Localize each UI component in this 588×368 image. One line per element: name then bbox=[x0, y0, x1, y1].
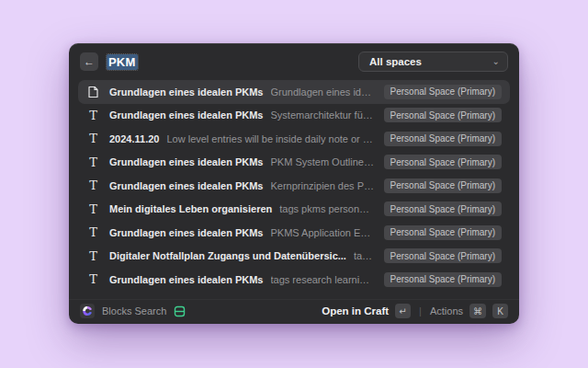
result-row[interactable]: T Grundlagen eines idealen PKMs Grundlag… bbox=[78, 80, 510, 104]
result-row[interactable]: T Grundlagen eines idealen PKMs PKM Syst… bbox=[78, 151, 510, 175]
space-badge: Personal Space (Primary) bbox=[384, 248, 502, 263]
k-key-icon[interactable]: K bbox=[492, 304, 508, 318]
craft-logo-icon bbox=[80, 304, 95, 318]
actions-label[interactable]: Actions bbox=[430, 305, 463, 316]
space-filter-label: All spaces bbox=[369, 56, 422, 67]
text-block-icon: T bbox=[86, 273, 100, 285]
result-title: Grundlagen eines idealen PKMs bbox=[109, 227, 264, 238]
result-title: Grundlagen eines idealen PKMs bbox=[109, 180, 264, 191]
result-title: Digitaler Notfallplan Zugangs und Datenü… bbox=[109, 250, 346, 261]
result-row[interactable]: T Grundlagen eines idealen PKMs tags res… bbox=[78, 268, 510, 292]
open-in-craft-label[interactable]: Open in Craft bbox=[322, 305, 389, 316]
back-button[interactable]: ← bbox=[80, 52, 98, 71]
space-badge: Personal Space (Primary) bbox=[384, 155, 502, 169]
result-title: 2024.11.20 bbox=[109, 133, 159, 144]
result-subtitle: Low level entries will be inside daily n… bbox=[166, 133, 374, 144]
result-subtitle: PKMS Application Evaluation Checklist bbox=[271, 227, 375, 238]
result-row[interactable]: T Grundlagen eines idealen PKMs Systemar… bbox=[78, 104, 510, 128]
space-badge: Personal Space (Primary) bbox=[384, 225, 502, 240]
result-title: Grundlagen eines idealen PKMs bbox=[109, 86, 264, 98]
footer-bar: Blocks Search Open in Craft ↵ | Actions … bbox=[69, 299, 519, 324]
result-subtitle: Grundlagen eines idealen PKMs bbox=[271, 86, 375, 98]
blocks-search-window: ← PKM All spaces ⌄ T Grundlagen eines id… bbox=[69, 43, 519, 324]
footer-divider: | bbox=[419, 305, 422, 316]
space-badge: Personal Space (Primary) bbox=[384, 85, 502, 99]
command-key-icon[interactable]: ⌘ bbox=[469, 304, 486, 318]
text-block-icon: T bbox=[86, 156, 100, 168]
result-row[interactable]: T 2024.11.20 Low level entries will be i… bbox=[78, 127, 510, 151]
chevron-down-icon: ⌄ bbox=[492, 57, 500, 66]
result-title: Grundlagen eines idealen PKMs bbox=[109, 156, 264, 167]
result-subtitle: tags life admin pkms security bbox=[354, 250, 375, 261]
result-title: Grundlagen eines idealen PKMs bbox=[109, 109, 264, 121]
search-results-list: T Grundlagen eines idealen PKMs Grundlag… bbox=[69, 78, 519, 299]
app-name-label: Blocks Search bbox=[102, 305, 166, 316]
search-input[interactable]: PKM bbox=[107, 54, 138, 70]
result-row[interactable]: T Grundlagen eines idealen PKMs Kernprin… bbox=[78, 174, 510, 198]
space-badge: Personal Space (Primary) bbox=[384, 132, 502, 146]
space-badge: Personal Space (Primary) bbox=[384, 108, 502, 122]
result-subtitle: tags research learning pkms app dev bbox=[271, 274, 375, 285]
result-title: Grundlagen eines idealen PKMs bbox=[109, 274, 264, 285]
text-block-icon: T bbox=[86, 226, 100, 238]
result-row[interactable]: T Mein digitales Leben organisieren tags… bbox=[78, 198, 510, 222]
search-header: ← PKM All spaces ⌄ bbox=[69, 43, 519, 78]
space-badge: Personal Space (Primary) bbox=[384, 272, 502, 287]
space-badge: Personal Space (Primary) bbox=[384, 201, 502, 216]
result-subtitle: tags pkms personality admin bbox=[279, 203, 374, 214]
result-subtitle: Systemarchitektur für PKM bbox=[271, 109, 375, 121]
text-block-icon: T bbox=[86, 179, 100, 191]
result-title: Mein digitales Leben organisieren bbox=[109, 203, 272, 214]
text-block-icon: T bbox=[86, 109, 100, 121]
space-badge: Personal Space (Primary) bbox=[384, 178, 502, 193]
text-block-icon: T bbox=[86, 203, 100, 215]
green-block-icon bbox=[174, 305, 186, 317]
result-row[interactable]: T Digitaler Notfallplan Zugangs und Date… bbox=[78, 245, 510, 269]
desktop: { "window": { "header": { "back_icon": "… bbox=[0, 0, 588, 368]
result-row[interactable]: T Grundlagen eines idealen PKMs PKMS App… bbox=[78, 221, 510, 245]
return-key-icon[interactable]: ↵ bbox=[395, 304, 411, 318]
text-block-icon: T bbox=[86, 250, 100, 262]
text-block-icon: T bbox=[86, 132, 100, 144]
result-subtitle: Kernprinzipien des PKM Systems bbox=[271, 180, 375, 191]
result-subtitle: PKM System Outline gpt bbox=[271, 156, 375, 167]
document-icon bbox=[86, 86, 100, 98]
arrow-left-icon: ← bbox=[84, 55, 95, 68]
space-filter-dropdown[interactable]: All spaces ⌄ bbox=[358, 52, 508, 72]
